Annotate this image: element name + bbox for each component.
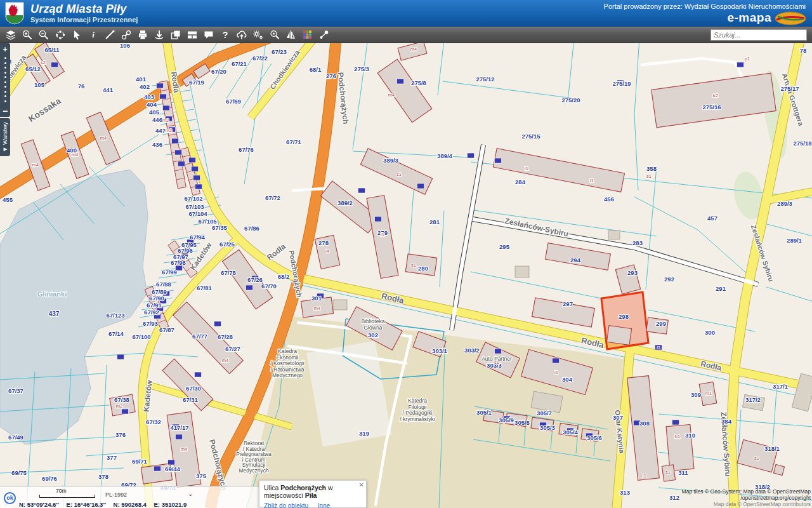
poi-label: Katedra	[408, 398, 427, 404]
parcel-number: 67/81	[197, 284, 212, 291]
parcel-number: 302	[368, 331, 378, 338]
search-box[interactable]	[710, 29, 807, 41]
parcel-number: 67/91	[147, 302, 162, 309]
parcel-number: 305/7	[537, 410, 552, 417]
parcel-number: 305/6	[587, 434, 602, 441]
parcel-number: 317/2	[745, 396, 761, 403]
coord-n: N: 590268.4	[114, 501, 147, 508]
parcel-number: 307	[613, 414, 623, 421]
parcel-number: 275/18	[793, 140, 811, 147]
zoom-slider-panel: + −	[0, 43, 10, 117]
cloud-upload-icon[interactable]	[233, 27, 250, 43]
settings-icon[interactable]	[250, 27, 266, 43]
other-actions-link[interactable]: Inne	[318, 502, 330, 508]
comment-icon[interactable]	[200, 27, 217, 43]
address-badge	[117, 354, 124, 359]
select-shape-icon[interactable]	[52, 27, 69, 43]
parcel-number: 67/22	[252, 55, 268, 62]
building-type-label: m4	[181, 446, 187, 452]
help-icon[interactable]: ?	[217, 27, 233, 43]
close-icon[interactable]: ✕	[359, 481, 364, 488]
info-icon[interactable]: i	[85, 27, 102, 43]
app-title: Urząd Miasta Piły	[30, 3, 126, 16]
parcel-number: 404	[147, 101, 157, 108]
address-badge	[246, 285, 253, 290]
address-badge	[175, 150, 182, 155]
emapa-logo-text: e-mapa	[727, 11, 771, 25]
coord-e: E: 351021.9	[154, 501, 187, 508]
building-type-label: s1	[396, 171, 402, 177]
parcel-number: 303/1	[432, 347, 447, 354]
legend-icon[interactable]	[299, 27, 316, 43]
zoom-in-icon[interactable]	[19, 27, 36, 43]
parcel-number: 305/3	[540, 424, 555, 431]
feature-popup: ✕ Ulica Podchorążych w miejscowości Piła…	[259, 480, 367, 508]
poi-label: Auto Partner	[481, 356, 512, 362]
parcel-number: 78	[800, 47, 807, 54]
building-type-label: m4	[32, 162, 39, 168]
building-type-label: s1	[754, 455, 759, 461]
share-icon[interactable]	[316, 27, 332, 43]
mirror-icon[interactable]	[283, 27, 299, 43]
address-badge	[122, 409, 129, 414]
popup-city-name: Piła	[305, 491, 317, 499]
parcel-number: 319	[359, 430, 369, 437]
zoom-out-button[interactable]: −	[0, 106, 10, 116]
parcel-number: 67/88	[156, 281, 171, 288]
parcel-number: 67/86	[244, 225, 259, 232]
svg-text:21: 21	[657, 345, 661, 349]
map-attribution: Map tiles © Geo-System; Map data © OpenS…	[682, 488, 811, 507]
address-badge	[672, 420, 679, 425]
address-badge	[397, 79, 404, 84]
parcel-number: 275/8	[411, 79, 426, 86]
address-badge	[160, 94, 167, 99]
zoom-level-dots[interactable]	[0, 57, 10, 102]
parcel-number: 67/69	[226, 98, 241, 105]
link-icon[interactable]	[118, 27, 134, 43]
address-badge	[193, 175, 200, 180]
parcel-number: 318/1	[764, 445, 780, 452]
address-badge	[178, 161, 185, 166]
parcel-number: 105	[34, 81, 45, 88]
layout-icon[interactable]	[184, 27, 200, 43]
parcel-number: 376	[115, 431, 126, 438]
parcel-number: 384	[721, 418, 732, 425]
map-canvas[interactable]: 21Glinianki437KossakaSienkiewiczaChodkie…	[0, 43, 812, 508]
poi-label: / kryminalistyki	[400, 416, 435, 422]
search-input[interactable]	[711, 31, 807, 39]
ok-button[interactable]: ok	[4, 492, 16, 504]
pointer-icon[interactable]	[69, 27, 85, 43]
measure-icon[interactable]	[102, 27, 118, 43]
parcel-number: 305/8	[514, 419, 530, 426]
layers-icon[interactable]	[3, 27, 19, 43]
building-type-label: i1	[525, 166, 528, 171]
parcel-number: 275/12	[476, 76, 494, 83]
building-type-label: m1	[705, 391, 712, 396]
building-type-label: i1	[590, 178, 594, 184]
building-type-label: s1	[411, 262, 416, 268]
parcel-number: 389/3	[383, 157, 398, 164]
download-icon[interactable]	[151, 27, 167, 43]
parcel-number: 67/27	[225, 345, 240, 352]
zoom-in-button[interactable]: +	[0, 44, 10, 54]
print-icon[interactable]	[134, 27, 151, 43]
header-bar: Urząd Miasta Piły System Informacji Prze…	[0, 0, 812, 27]
parcel-number: 436	[152, 141, 162, 148]
parcel-number: 446	[152, 116, 162, 123]
address-badge	[553, 358, 560, 363]
popup-street-name: Podchorążych	[280, 484, 326, 491]
search-location-icon[interactable]	[266, 27, 283, 43]
poi-label: Medycznego	[272, 372, 303, 378]
building-type-label: i1	[643, 473, 646, 479]
address-badge	[189, 157, 196, 163]
parcel-number: 291	[716, 285, 726, 292]
layers-panel-tab[interactable]: ▼ Warstwy	[0, 118, 10, 156]
zoom-out-icon[interactable]	[36, 27, 52, 43]
parcel-number: 281	[429, 218, 440, 225]
copy-icon[interactable]	[167, 27, 184, 43]
parcel-number: 67/32	[146, 418, 161, 425]
zoom-to-object-link[interactable]: Zbliż do obiektu	[264, 502, 308, 508]
parcel-number: 403	[144, 93, 154, 100]
chevron-down-icon[interactable]: ⌄	[188, 490, 193, 497]
crs-selector[interactable]: PL-1992	[105, 491, 127, 498]
